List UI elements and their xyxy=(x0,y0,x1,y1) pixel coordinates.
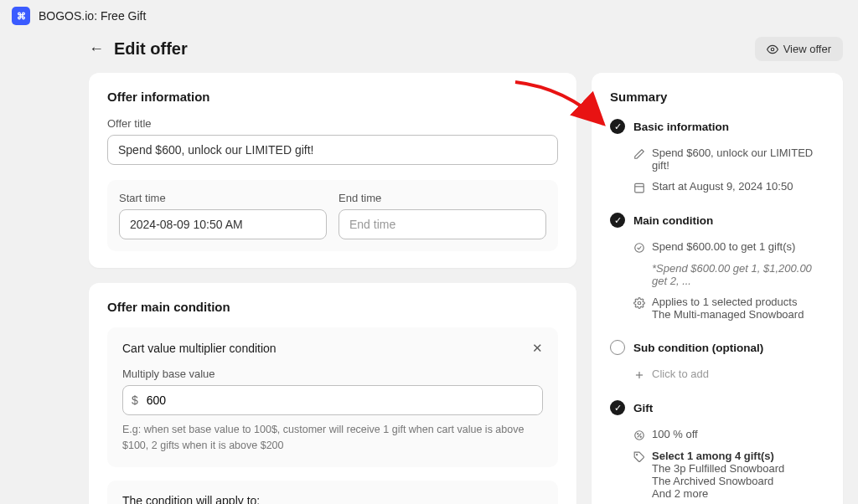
discount-text: 100 % off xyxy=(652,428,698,440)
close-multiplier-button[interactable]: ✕ xyxy=(532,341,543,356)
gear-icon xyxy=(633,297,645,309)
click-add-text: Click to add xyxy=(652,368,709,380)
svg-point-11 xyxy=(637,455,638,455)
offer-info-title: Offer information xyxy=(107,90,558,104)
calendar-icon xyxy=(633,182,645,193)
check-icon: ✓ xyxy=(610,213,625,228)
base-value-input[interactable] xyxy=(147,386,542,414)
view-offer-label: View offer xyxy=(783,43,831,55)
basic-heading: Basic information xyxy=(633,121,729,133)
app-name: BOGOS.io: Free Gift xyxy=(39,9,146,23)
plus-icon xyxy=(633,369,645,381)
app-logo: ⌘ xyxy=(12,7,30,25)
svg-point-4 xyxy=(638,301,641,305)
click-to-add[interactable]: Click to add xyxy=(610,363,824,385)
svg-point-3 xyxy=(635,244,644,253)
start-time-label: Start time xyxy=(119,192,327,204)
select-gift-text: Select 1 among 4 gift(s) xyxy=(652,450,784,462)
condition-apply-block: The condition will apply to: Select meth… xyxy=(107,481,558,505)
multiplier-condition-block: Cart value multiplier condition ✕ Multip… xyxy=(107,327,558,467)
base-value-input-wrap: $ xyxy=(122,385,543,415)
svg-point-10 xyxy=(640,436,641,437)
currency-symbol: $ xyxy=(123,393,147,407)
sub-cond-heading: Sub condition (optional) xyxy=(633,342,763,354)
svg-point-0 xyxy=(771,48,774,51)
view-offer-button[interactable]: View offer xyxy=(755,37,843,61)
page-title: Edit offer xyxy=(114,39,188,59)
empty-circle-icon xyxy=(610,340,625,355)
check-icon: ✓ xyxy=(610,119,625,134)
applies-text: Applies to 1 selected products xyxy=(652,296,804,308)
spend-text: Spend $600.00 to get 1 gift(s) xyxy=(652,240,795,253)
offer-information-card: Offer information Offer title Start time… xyxy=(89,73,576,268)
check-icon: ✓ xyxy=(610,400,625,415)
offer-title-label: Offer title xyxy=(107,117,558,130)
gift-heading: Gift xyxy=(633,402,653,414)
summary-title: Summary xyxy=(610,90,824,104)
offer-title-input[interactable] xyxy=(107,135,558,165)
percent-icon xyxy=(633,429,645,441)
summary-main-section: ✓ Main condition Spend $600.00 to get 1 … xyxy=(610,213,824,325)
multiply-base-label: Multiply base value xyxy=(122,368,543,380)
summary-start-text: Start at August 9, 2024 10:50 xyxy=(652,180,793,193)
svg-rect-1 xyxy=(635,183,644,193)
pencil-icon xyxy=(633,148,645,160)
arrow-circle-icon xyxy=(633,242,645,254)
multiplier-help-text: E.g: when set base value to 100$, custom… xyxy=(122,422,543,454)
summary-offer-text: Spend $600, unlock our LIMITED gift! xyxy=(652,147,824,172)
back-button[interactable]: ← xyxy=(89,40,104,58)
main-condition-title: Offer main condition xyxy=(107,300,558,314)
eye-icon xyxy=(767,44,778,55)
summary-sub-section: Sub condition (optional) Click to add xyxy=(610,340,824,385)
gift-item-1: The 3p Fulfilled Snowboard xyxy=(652,462,784,475)
tier-text: *Spend $600.00 get 1, $1,200.00 get 2, .… xyxy=(652,262,824,287)
product-text: The Multi-managed Snowboard xyxy=(652,308,804,321)
gift-item-2: The Archived Snowboard xyxy=(652,475,784,487)
offer-main-condition-card: Offer main condition Cart value multipli… xyxy=(89,283,576,504)
summary-panel: Summary ✓ Basic information Spend $600, … xyxy=(592,73,843,504)
multiplier-title: Cart value multiplier condition xyxy=(122,342,277,355)
start-time-input[interactable] xyxy=(119,209,327,239)
end-time-label: End time xyxy=(339,192,546,204)
apply-to-title: The condition will apply to: xyxy=(122,494,543,505)
main-cond-heading: Main condition xyxy=(633,214,713,227)
gift-more: And 2 more xyxy=(652,487,784,500)
summary-basic-section: ✓ Basic information Spend $600, unlock o… xyxy=(610,119,824,198)
summary-gift-section: ✓ Gift 100 % off Select 1 among 4 gift(s… xyxy=(610,400,824,504)
end-time-input[interactable] xyxy=(339,209,546,239)
svg-point-9 xyxy=(638,434,638,435)
tag-icon xyxy=(633,451,645,463)
